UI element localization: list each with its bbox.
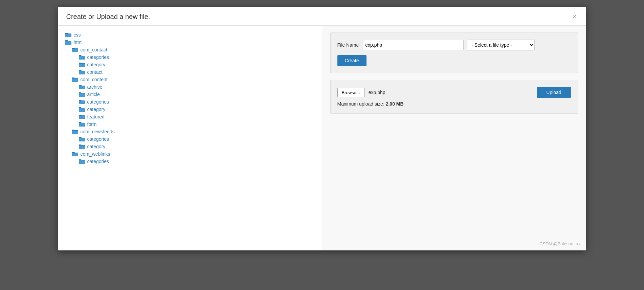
tree-item-label: com_content [81,77,108,82]
tree-item-label: categories [87,159,109,164]
tree-item-css[interactable]: css [65,31,315,39]
tree-item-com_content_categories[interactable]: categories [65,98,315,106]
folder-icon [72,129,79,134]
create-upload-dialog: Create or Upload a new file. × css html … [58,7,586,250]
file-type-select[interactable]: - Select a file type -.php.html.css.js.x… [467,40,535,50]
tree-item-label: categories [87,54,109,60]
tree-item-label: form [87,121,97,127]
tree-item-label: com_newsfeeds [81,129,115,134]
file-tree: css html com_contact categories category… [65,31,315,165]
watermark: CSDN @Bulestar_xx [539,241,581,246]
folder-icon [79,92,85,97]
tree-item-label: category [87,144,106,149]
folder-icon [79,84,85,90]
browse-button[interactable]: Browse... [337,88,364,97]
tree-item-html[interactable]: html [65,39,315,46]
folder-icon [79,136,85,142]
upload-row: Browse... exp.php Upload [337,87,571,98]
tree-item-com_contact_contact[interactable]: contact [65,68,315,76]
tree-item-label: com_contact [81,47,107,52]
dialog-body: css html com_contact categories category… [58,26,586,250]
folder-icon [65,40,72,45]
tree-item-com_content_archive[interactable]: archive [65,83,315,91]
tree-item-label: categories [87,99,109,105]
tree-item-label: featured [87,114,105,119]
tree-item-label: category [87,62,106,67]
max-upload-label: Maximum upload size: [337,101,386,107]
upload-info: Maximum upload size: 2.00 MB [337,101,571,107]
tree-item-com_content_form[interactable]: form [65,120,315,128]
folder-icon [79,62,85,67]
folder-icon [72,151,79,157]
folder-icon [72,77,79,82]
file-tree-panel: css html com_contact categories category… [58,26,322,250]
dialog-title: Create or Upload a new file. [66,13,150,21]
tree-item-com_content_featured[interactable]: featured [65,113,315,120]
tree-item-label: css [74,32,81,38]
tree-item-label: category [87,107,106,112]
tree-item-com_content_category[interactable]: category [65,106,315,113]
file-name-label: File Name [337,42,359,48]
dialog-header: Create or Upload a new file. × [58,7,586,26]
tree-item-label: com_weblinks [81,151,110,157]
tree-item-label: html [74,40,83,45]
tree-item-com_weblinks[interactable]: com_weblinks [65,150,315,158]
tree-item-label: categories [87,136,109,142]
folder-icon [72,47,79,52]
selected-file-name: exp.php [369,90,385,95]
close-button[interactable]: × [571,13,578,21]
right-panel: File Name - Select a file type -.php.htm… [322,26,586,250]
tree-item-com_contact_categories[interactable]: categories [65,53,315,61]
upload-section: Browse... exp.php Upload Maximum upload … [330,80,578,114]
folder-icon [79,159,85,164]
folder-icon [79,99,85,105]
tree-item-label: article [87,92,100,97]
create-section: File Name - Select a file type -.php.htm… [330,32,578,73]
tree-item-com_content[interactable]: com_content [65,76,315,83]
tree-item-com_content_article[interactable]: article [65,91,315,98]
tree-item-label: archive [87,84,103,90]
tree-item-label: contact [87,69,103,75]
tree-item-com_weblinks_categories[interactable]: categories [65,158,315,165]
create-button[interactable]: Create [337,55,367,66]
tree-item-com_newsfeeds_category[interactable]: category [65,143,315,150]
folder-icon [79,107,85,112]
folder-icon [79,114,85,119]
folder-icon [65,32,72,38]
create-row: File Name - Select a file type -.php.htm… [337,40,571,50]
tree-item-com_contact[interactable]: com_contact [65,46,315,53]
folder-icon [79,54,85,60]
folder-icon [79,121,85,127]
max-upload-size: 2.00 MB [386,101,404,107]
tree-item-com_newsfeeds[interactable]: com_newsfeeds [65,128,315,135]
folder-icon [79,144,85,149]
tree-item-com_contact_category[interactable]: category [65,61,315,68]
folder-icon [79,69,85,75]
tree-item-com_newsfeeds_categories[interactable]: categories [65,135,315,143]
upload-button[interactable]: Upload [537,87,571,98]
file-name-input[interactable] [362,40,464,50]
